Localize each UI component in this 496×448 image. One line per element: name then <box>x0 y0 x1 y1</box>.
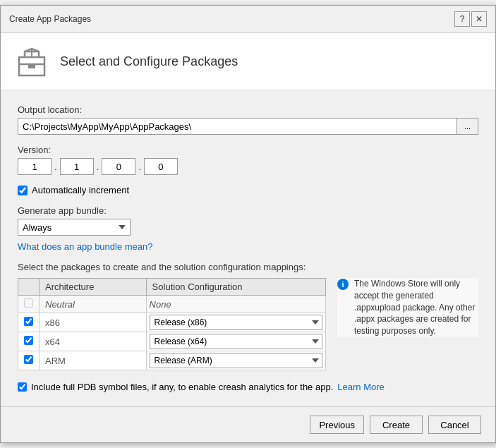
output-location-input[interactable] <box>18 118 457 135</box>
config-dropdown-x86[interactable]: Release (x86) Debug (x86) <box>150 315 322 330</box>
row-checkbox-cell <box>18 296 40 313</box>
config-dropdown-x64[interactable]: Release (x64) Debug (x64) <box>150 334 322 349</box>
title-bar-buttons: ? ✕ <box>454 11 487 27</box>
packages-table: Architecture Solution Configuration Neut… <box>18 278 326 370</box>
col-header-checkbox <box>18 279 40 296</box>
row-checkbox-neutral[interactable] <box>24 298 33 308</box>
col-header-config: Solution Configuration <box>146 279 325 296</box>
package-icon <box>15 44 49 78</box>
help-button[interactable]: ? <box>454 11 470 27</box>
version-field-4[interactable] <box>144 158 178 175</box>
dialog-title: Create App Packages <box>9 14 91 24</box>
pdb-checkbox[interactable] <box>18 382 27 392</box>
version-field-1[interactable] <box>18 158 52 175</box>
row-checkbox-cell <box>18 332 40 351</box>
auto-increment-checkbox[interactable] <box>18 186 28 195</box>
pdb-row: Include full PDB symbol files, if any, t… <box>18 382 478 392</box>
config-arm: Release (ARM) Debug (ARM) <box>146 351 325 370</box>
footer: Previous Create Cancel <box>1 406 495 442</box>
version-sep-2: . <box>94 162 102 172</box>
packages-table-wrapper: Architecture Solution Configuration Neut… <box>18 278 326 370</box>
row-checkbox-x86[interactable] <box>24 317 33 326</box>
table-row: x86 Release (x86) Debug (x86) <box>18 313 326 332</box>
table-row: x64 Release (x64) Debug (x64) <box>18 332 326 351</box>
svg-rect-2 <box>28 64 35 68</box>
content-area: Output location: ... Version: . . . Auto… <box>1 90 495 406</box>
table-header-row: Architecture Solution Configuration <box>18 279 326 296</box>
close-button[interactable]: ✕ <box>471 11 487 27</box>
col-header-architecture: Architecture <box>40 279 147 296</box>
version-field-3[interactable] <box>102 158 135 175</box>
info-icon: i <box>337 279 349 290</box>
previous-button[interactable]: Previous <box>310 416 364 434</box>
config-dropdown-arm[interactable]: Release (ARM) Debug (ARM) <box>150 353 322 368</box>
config-neutral: None <box>146 296 325 313</box>
bundle-link-row: What does an app bundle mean? <box>18 241 478 252</box>
dialog: Create App Packages ? ✕ Select and Confi… <box>0 5 496 443</box>
pdb-label[interactable]: Include full PDB symbol files, if any, t… <box>31 382 333 392</box>
arch-x86: x86 <box>40 313 147 332</box>
info-box-inner: i The Windows Store will only accept the… <box>337 278 478 337</box>
cancel-button[interactable]: Cancel <box>428 416 481 434</box>
packages-section: Select the packages to create and the so… <box>18 262 478 370</box>
info-box-text: The Windows Store will only accept the g… <box>354 278 478 337</box>
packages-content: Architecture Solution Configuration Neut… <box>18 278 478 370</box>
packages-section-label: Select the packages to create and the so… <box>18 262 478 272</box>
output-location-label: Output location: <box>18 104 478 115</box>
arch-x64: x64 <box>40 332 147 351</box>
config-x86: Release (x86) Debug (x86) <box>146 313 325 332</box>
version-label: Version: <box>18 145 478 155</box>
table-row: ARM Release (ARM) Debug (ARM) <box>18 351 326 370</box>
table-row: Neutral None <box>18 296 326 313</box>
auto-increment-row: Automatically increment <box>18 185 478 195</box>
header-section: Select and Configure Packages <box>1 33 495 90</box>
generate-bundle-group: Generate app bundle: Always If needed Ne… <box>18 205 478 236</box>
info-box: i The Windows Store will only accept the… <box>337 278 478 337</box>
create-button[interactable]: Create <box>370 416 423 434</box>
title-bar: Create App Packages ? ✕ <box>1 6 495 33</box>
generate-bundle-dropdown[interactable]: Always If needed Never <box>18 219 131 236</box>
row-checkbox-arm[interactable] <box>24 355 33 364</box>
row-checkbox-cell <box>18 313 40 332</box>
arch-arm: ARM <box>40 351 147 370</box>
bundle-info-link[interactable]: What does an app bundle mean? <box>18 241 153 252</box>
config-x64: Release (x64) Debug (x64) <box>146 332 325 351</box>
row-checkbox-x64[interactable] <box>24 336 33 345</box>
generate-bundle-label: Generate app bundle: <box>18 205 478 216</box>
output-location-group: Output location: ... <box>18 104 478 135</box>
output-location-input-row: ... <box>18 118 478 135</box>
pdb-learn-more-link[interactable]: Learn More <box>337 382 384 392</box>
version-field-2[interactable] <box>60 158 94 175</box>
auto-increment-label[interactable]: Automatically increment <box>32 185 129 195</box>
page-title: Select and Configure Packages <box>60 54 238 69</box>
version-group: Version: . . . <box>18 145 478 175</box>
arch-neutral: Neutral <box>40 296 147 313</box>
row-checkbox-cell <box>18 351 40 370</box>
neutral-config-label: None <box>150 299 171 310</box>
version-sep-3: . <box>135 162 144 172</box>
version-sep-1: . <box>52 162 60 172</box>
browse-button[interactable]: ... <box>457 118 478 135</box>
version-inputs: . . . <box>18 158 478 175</box>
